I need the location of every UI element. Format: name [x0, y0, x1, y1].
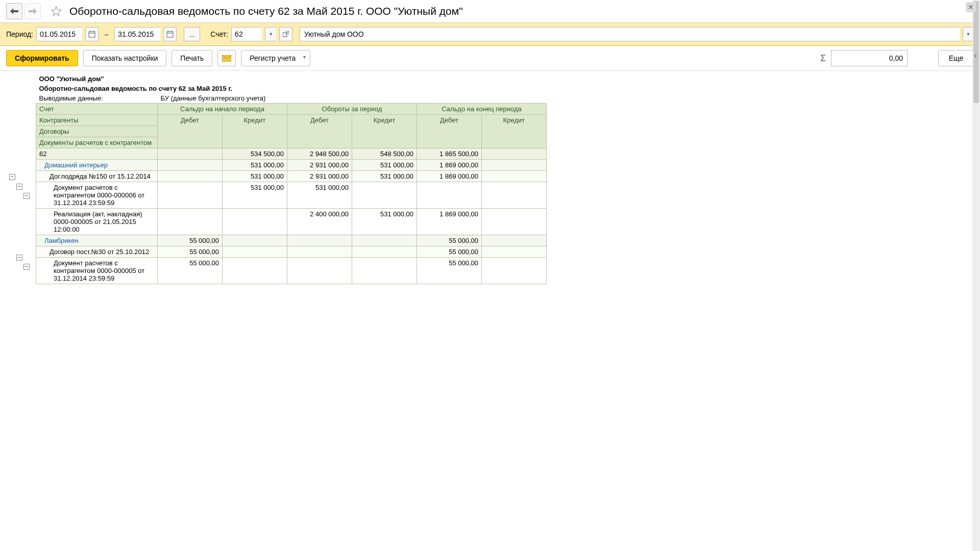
- register-button[interactable]: Регистр учета: [241, 50, 310, 66]
- cell-value: 1 869 000,00: [417, 171, 482, 182]
- cell-value: 2 400 000,00: [287, 209, 352, 235]
- star-icon: [51, 6, 62, 17]
- date-from-picker[interactable]: [85, 27, 99, 41]
- tree-toggle[interactable]: −: [23, 193, 30, 199]
- cell-value: 1 869 000,00: [417, 209, 482, 235]
- sigma-icon: Σ: [820, 53, 826, 64]
- favorite-button[interactable]: [48, 3, 64, 19]
- cell-value: [482, 235, 547, 246]
- cell-value: [287, 246, 352, 258]
- cell-value: 531 000,00: [223, 182, 287, 209]
- account-dropdown-button[interactable]: ▼: [265, 27, 276, 41]
- email-button[interactable]: [217, 50, 236, 66]
- print-button[interactable]: Печать: [172, 50, 212, 66]
- cell-value: 1 869 000,00: [417, 160, 482, 171]
- vertical-scrollbar[interactable]: [972, 0, 980, 284]
- tree-toggle[interactable]: −: [9, 174, 15, 180]
- calendar-icon: [166, 31, 174, 38]
- cell-value: [158, 148, 223, 160]
- sum-input[interactable]: [831, 50, 908, 66]
- cell-value: 2 931 000,00: [287, 171, 352, 182]
- table-row[interactable]: Дог.подряда №150 от 15.12.2014531 000,00…: [36, 171, 547, 182]
- report-title: Оборотно-сальдовая ведомость по счету 62…: [36, 84, 547, 93]
- arrow-right-icon: [29, 8, 37, 14]
- col-header: Счет: [36, 104, 158, 115]
- cell-value: 531 000,00: [287, 182, 352, 209]
- cell-value: [223, 246, 287, 258]
- tree-gutter: − − − − −: [7, 74, 36, 284]
- report-table: ООО "Уютный дом" Оборотно-сальдовая ведо…: [36, 74, 547, 284]
- svg-rect-0: [89, 32, 95, 37]
- table-row[interactable]: Документ расчетов с контрагентом 0000-00…: [36, 182, 547, 209]
- date-from-input[interactable]: [36, 27, 82, 41]
- period-picker-button[interactable]: ...: [184, 27, 200, 41]
- cell-value: 55 000,00: [158, 258, 223, 284]
- nav-back-button[interactable]: [6, 3, 22, 19]
- date-to-picker[interactable]: [163, 27, 177, 41]
- col-header: Документы расчетов с контрагентом: [36, 137, 158, 148]
- cell-value: 2 931 000,00: [287, 160, 352, 171]
- generate-button[interactable]: Сформировать: [6, 50, 78, 66]
- cell-value: [223, 258, 287, 284]
- row-label: Документ расчетов с контрагентом 0000-00…: [36, 258, 158, 284]
- cell-value: 55 000,00: [158, 246, 223, 258]
- account-open-button[interactable]: [279, 27, 292, 41]
- cell-value: 548 500,00: [352, 148, 417, 160]
- organization-input[interactable]: [300, 27, 960, 41]
- col-credit: Кредит: [223, 115, 287, 148]
- chevron-down-icon: ▼: [966, 32, 971, 37]
- tree-toggle[interactable]: −: [16, 184, 22, 190]
- cell-value: 1 865 500,00: [417, 148, 482, 160]
- table-row[interactable]: Реализация (акт, накладная) 0000-000005 …: [36, 209, 547, 235]
- table-row[interactable]: Договор пост.№30 от 25.10.201255 000,005…: [36, 246, 547, 258]
- cell-value: [482, 160, 547, 171]
- table-row[interactable]: Документ расчетов с контрагентом 0000-00…: [36, 258, 547, 284]
- topbar: Оборотно-сальдовая ведомость по счету 62…: [0, 0, 980, 23]
- more-button[interactable]: Еще: [938, 50, 974, 66]
- col-header: Договоры: [36, 126, 158, 137]
- cell-value: 531 000,00: [223, 160, 287, 171]
- tree-toggle[interactable]: −: [23, 264, 30, 270]
- cell-value: [352, 258, 417, 284]
- row-label: Договор пост.№30 от 25.10.2012: [36, 246, 158, 258]
- svg-rect-4: [167, 32, 173, 37]
- report-org: ООО "Уютный дом": [36, 74, 547, 84]
- cell-value: [352, 246, 417, 258]
- show-settings-button[interactable]: Показать настройки: [83, 50, 167, 66]
- calendar-icon: [88, 31, 95, 38]
- cell-value: [287, 258, 352, 284]
- col-group-start: Сальдо на начало периода: [158, 104, 287, 115]
- cell-value: [482, 182, 547, 209]
- cell-value: 2 948 500,00: [287, 148, 352, 160]
- tree-toggle[interactable]: −: [16, 255, 22, 261]
- open-external-icon: [283, 31, 289, 37]
- cell-value: [223, 209, 287, 235]
- col-debit: Дебет: [417, 115, 482, 148]
- cell-value: [352, 235, 417, 246]
- date-to-input[interactable]: [114, 27, 160, 41]
- table-row[interactable]: 62534 500,002 948 500,00548 500,001 865 …: [36, 148, 547, 160]
- nav-forward-button[interactable]: [24, 3, 41, 19]
- cell-value: [482, 171, 547, 182]
- filter-bar: Период: – ... Счет: ▼ ▼: [0, 23, 980, 46]
- cell-value: [158, 182, 223, 209]
- cell-value: [482, 209, 547, 235]
- meta-label: Выводимые данные:: [36, 93, 158, 104]
- period-label: Период:: [6, 30, 33, 38]
- cell-value: [223, 235, 287, 246]
- cell-value: [158, 209, 223, 235]
- account-input[interactable]: [231, 27, 262, 41]
- mail-icon: [222, 55, 231, 62]
- cell-value: 55 000,00: [417, 246, 482, 258]
- row-label: Дог.подряда №150 от 15.12.2014: [36, 171, 158, 182]
- col-debit: Дебет: [287, 115, 352, 148]
- svg-rect-8: [283, 33, 287, 37]
- cell-value: [352, 182, 417, 209]
- col-credit: Кредит: [352, 115, 417, 148]
- cell-value: [417, 182, 482, 209]
- cell-value: [482, 258, 547, 284]
- collapse-panel-icon[interactable]: ‹: [974, 51, 977, 60]
- table-row[interactable]: Ламбрикен55 000,0055 000,00: [36, 235, 547, 246]
- table-row[interactable]: Домашний интерьер531 000,002 931 000,005…: [36, 160, 547, 171]
- period-dash: –: [105, 31, 108, 38]
